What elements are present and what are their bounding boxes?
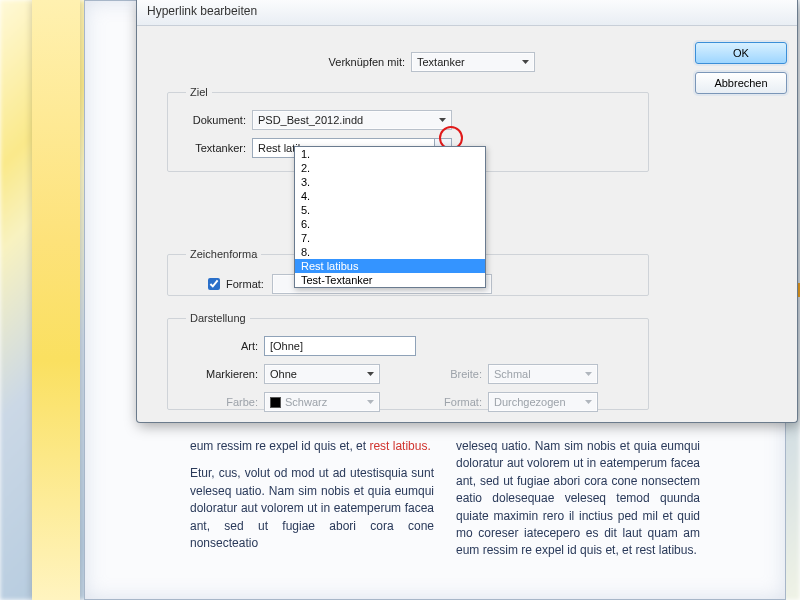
chevron-down-icon — [580, 365, 597, 383]
chevron-down-icon — [362, 393, 379, 411]
page-edge-strip — [32, 0, 80, 600]
dropdown-option[interactable]: 3. — [295, 175, 485, 189]
color-value: Schwarz — [285, 396, 327, 408]
document-label: Dokument: — [180, 114, 246, 126]
chevron-down-icon — [362, 365, 379, 383]
link-with-combo[interactable]: Textanker — [411, 52, 535, 72]
dropdown-option[interactable]: Test-Textanker — [295, 273, 485, 287]
textanchor-label: Textanker: — [180, 142, 246, 154]
chevron-down-icon — [580, 393, 597, 411]
art-label: Art: — [180, 340, 258, 352]
appearance-group: Darstellung Art: [Ohne] Markieren: Ohne … — [167, 312, 649, 410]
color-label: Farbe: — [180, 396, 258, 408]
document-body-text: eum ressim re expel id quis et, et rest … — [190, 438, 700, 560]
dropdown-option[interactable]: 1. — [295, 147, 485, 161]
edit-hyperlink-dialog: Hyperlink bearbeiten OK Abbrechen Verknü… — [136, 0, 798, 423]
width-label: Breite: — [386, 368, 482, 380]
dropdown-option[interactable]: 8. — [295, 245, 485, 259]
color-swatch — [270, 397, 281, 408]
document-value: PSD_Best_2012.indd — [258, 114, 363, 126]
document-combo[interactable]: PSD_Best_2012.indd — [252, 110, 452, 130]
hyperlinked-text[interactable]: rest latibus. — [369, 439, 430, 453]
mark-combo[interactable]: Ohne — [264, 364, 380, 384]
style-value: Durchgezogen — [494, 396, 566, 408]
mark-value: Ohne — [270, 368, 297, 380]
mark-label: Markieren: — [180, 368, 258, 380]
format-label: Format: — [226, 278, 264, 290]
dropdown-option[interactable]: 4. — [295, 189, 485, 203]
target-legend: Ziel — [186, 86, 212, 98]
color-combo: Schwarz — [264, 392, 380, 412]
style-label: Format: — [386, 396, 482, 408]
art-value: [Ohne] — [270, 340, 303, 352]
format-checkbox[interactable] — [208, 278, 220, 290]
width-value: Schmal — [494, 368, 531, 380]
art-combo[interactable]: [Ohne] — [264, 336, 416, 356]
dropdown-option[interactable]: 2. — [295, 161, 485, 175]
dropdown-option[interactable]: 5. — [295, 203, 485, 217]
link-with-label: Verknüpfen mit: — [317, 56, 405, 68]
dropdown-option[interactable]: Rest latibus — [295, 259, 485, 273]
dropdown-option[interactable]: 6. — [295, 217, 485, 231]
style-combo: Durchgezogen — [488, 392, 598, 412]
cancel-button[interactable]: Abbrechen — [695, 72, 787, 94]
ok-button[interactable]: OK — [695, 42, 787, 64]
textanchor-dropdown-list[interactable]: 1.2.3.4.5.6.7.8.Rest latibusTest-Textank… — [294, 146, 486, 288]
width-combo: Schmal — [488, 364, 598, 384]
chevron-down-icon — [434, 111, 451, 129]
charstyle-legend: Zeichenforma — [186, 248, 261, 260]
link-with-value: Textanker — [417, 56, 465, 68]
dropdown-option[interactable]: 7. — [295, 231, 485, 245]
chevron-down-icon — [517, 53, 534, 71]
appearance-legend: Darstellung — [186, 312, 250, 324]
dialog-title: Hyperlink bearbeiten — [147, 4, 257, 18]
dialog-titlebar[interactable]: Hyperlink bearbeiten — [137, 0, 797, 26]
